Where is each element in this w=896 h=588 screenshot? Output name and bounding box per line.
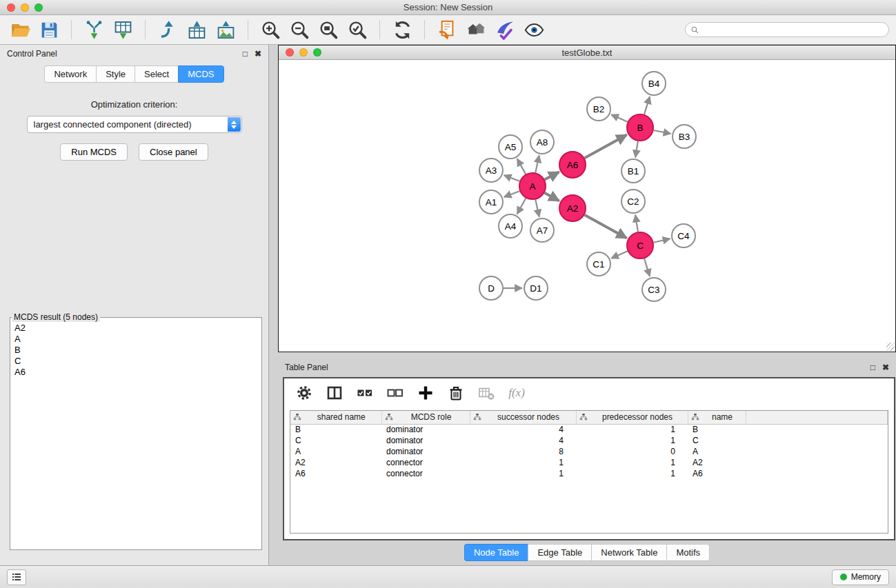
node-A7[interactable]: A7 — [530, 219, 554, 242]
table-cell[interactable]: A6 — [688, 468, 746, 479]
tab-style[interactable]: Style — [96, 65, 135, 83]
column-header-shared-name[interactable]: shared name — [290, 411, 381, 424]
table-float-panel-icon[interactable]: □ — [870, 363, 875, 372]
table-tab-node-table[interactable]: Node Table — [464, 544, 528, 561]
table-cell[interactable]: dominator — [381, 435, 470, 446]
apply-layout-button[interactable] — [389, 18, 415, 41]
resize-grip[interactable] — [886, 343, 895, 351]
column-header-name[interactable]: name — [688, 411, 746, 424]
edge-C-C4[interactable] — [654, 239, 670, 242]
style-brush-button[interactable] — [492, 18, 518, 41]
edge-A-A3[interactable] — [504, 175, 520, 181]
function-builder-button[interactable]: f(x) — [505, 382, 528, 404]
node-B3[interactable]: B3 — [673, 125, 696, 148]
close-panel-icon[interactable]: ✖ — [255, 50, 261, 58]
import-network-button[interactable] — [81, 18, 107, 41]
table-cell[interactable]: C — [688, 435, 746, 446]
node-D1[interactable]: D1 — [524, 276, 548, 300]
table-cell[interactable]: connector — [381, 457, 470, 468]
save-session-button[interactable] — [36, 18, 62, 41]
table-cell[interactable]: A2 — [290, 457, 381, 468]
table-cell[interactable]: 8 — [470, 446, 576, 457]
table-cell[interactable]: 4 — [470, 435, 576, 446]
edge-B-B4[interactable] — [644, 97, 650, 114]
result-item[interactable]: A2 — [14, 323, 257, 334]
zoom-in-button[interactable] — [257, 18, 283, 41]
table-cell[interactable]: 0 — [576, 446, 688, 457]
table-cell[interactable]: 1 — [576, 435, 688, 446]
gear-button[interactable] — [292, 382, 316, 404]
edge-B-B2[interactable] — [611, 114, 628, 122]
table-cell[interactable]: A — [688, 446, 746, 457]
edge-A-A2[interactable] — [545, 193, 559, 201]
table-row[interactable]: Cdominator41C — [290, 435, 888, 446]
edge-C-C3[interactable] — [644, 258, 650, 276]
zoom-window-button[interactable] — [34, 3, 43, 12]
table-cell[interactable]: connector — [381, 468, 470, 479]
edge-A6-B[interactable] — [585, 135, 627, 159]
node-C1[interactable]: C1 — [587, 252, 610, 276]
select-all-button[interactable] — [353, 382, 377, 404]
zoom-out-button[interactable] — [286, 18, 312, 41]
show-details-button[interactable] — [521, 18, 547, 41]
edge-B-B1[interactable] — [635, 141, 638, 157]
column-header-predecessor-nodes[interactable]: predecessor nodes — [576, 411, 688, 424]
zoom-selected-button[interactable] — [344, 18, 370, 41]
tab-network[interactable]: Network — [44, 65, 96, 83]
node-A8[interactable]: A8 — [530, 130, 554, 154]
table-cell[interactable]: C — [290, 435, 381, 446]
table-cell[interactable]: dominator — [381, 424, 470, 435]
search-box[interactable] — [685, 22, 889, 37]
node-C3[interactable]: C3 — [642, 278, 666, 301]
node-B4[interactable]: B4 — [642, 72, 666, 95]
node-A6[interactable]: A6 — [559, 152, 586, 178]
open-session-button[interactable] — [7, 18, 33, 41]
node-C2[interactable]: C2 — [621, 190, 645, 213]
node-A5[interactable]: A5 — [499, 135, 522, 159]
import-table-button[interactable] — [110, 18, 136, 41]
table-cell[interactable]: B — [290, 424, 381, 435]
node-C4[interactable]: C4 — [672, 224, 695, 247]
memory-button[interactable]: Memory — [832, 569, 889, 585]
table-close-panel-icon[interactable]: ✖ — [882, 363, 889, 372]
table-delete-button[interactable] — [475, 382, 498, 404]
columns-button[interactable] — [323, 382, 346, 404]
close-window-button[interactable] — [7, 3, 15, 12]
table-cell[interactable]: 1 — [576, 457, 688, 468]
node-B1[interactable]: B1 — [621, 159, 645, 183]
table-row[interactable]: Adominator80A — [290, 446, 888, 457]
tab-mcds[interactable]: MCDS — [178, 65, 223, 83]
node-D[interactable]: D — [479, 276, 503, 300]
table-cell[interactable]: A6 — [290, 468, 381, 479]
table-cell[interactable]: 1 — [576, 424, 688, 435]
table-row[interactable]: A6connector11A6 — [290, 468, 888, 479]
zoom-fit-button[interactable] — [315, 18, 341, 41]
table-row[interactable]: A2connector11A2 — [290, 457, 888, 468]
edge-A-A1[interactable] — [504, 191, 520, 197]
table-cell[interactable]: B — [688, 424, 746, 435]
node-A[interactable]: A — [519, 173, 546, 199]
search-input[interactable] — [702, 25, 884, 34]
table-tab-motifs[interactable]: Motifs — [666, 544, 710, 561]
node-A2[interactable]: A2 — [559, 195, 586, 221]
table-cell[interactable]: 1 — [470, 457, 576, 468]
node-A1[interactable]: A1 — [479, 190, 503, 214]
table-cell[interactable]: A — [290, 446, 381, 457]
add-button[interactable] — [414, 382, 437, 404]
run-mcds-button[interactable]: Run MCDS — [60, 143, 128, 161]
network-minimize-button[interactable] — [299, 48, 308, 57]
export-table-button[interactable] — [183, 18, 210, 41]
edge-A-A5[interactable] — [517, 159, 526, 174]
table-tab-network-table[interactable]: Network Table — [591, 544, 666, 561]
node-A3[interactable]: A3 — [479, 159, 503, 182]
network-canvas[interactable]: B4B2BB3A5A8A6A3B1AA1C2A2A4A7CC4C1C3DD1 — [279, 60, 895, 352]
tab-select[interactable]: Select — [135, 65, 178, 83]
unselect-all-button[interactable] — [384, 382, 407, 404]
table-cell[interactable]: dominator — [381, 446, 470, 457]
edge-A-A8[interactable] — [535, 156, 539, 173]
table-cell[interactable]: A2 — [688, 457, 746, 468]
export-image-button[interactable] — [212, 18, 239, 41]
node-A4[interactable]: A4 — [499, 214, 522, 238]
export-network-button[interactable] — [155, 18, 181, 41]
table-cell[interactable]: 4 — [470, 424, 576, 435]
